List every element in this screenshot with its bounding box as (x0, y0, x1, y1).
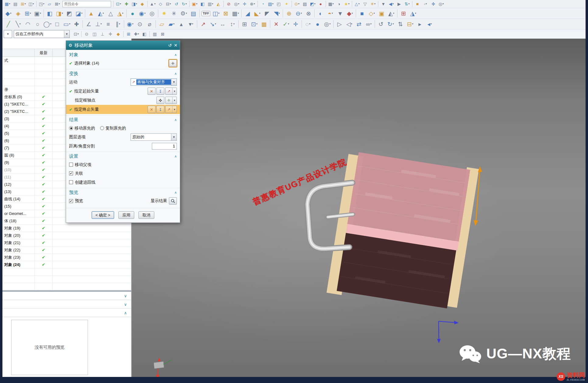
toolbar-icon[interactable]: ● (317, 1, 324, 7)
toolbar-icon[interactable]: ✛ (107, 31, 114, 37)
tree-section-details[interactable]: ∨ (2, 300, 131, 309)
toolbar-icon[interactable]: ◧ (45, 9, 54, 18)
toolbar-icon[interactable]: ⊥ (99, 31, 106, 37)
tree-row[interactable] (2, 283, 131, 290)
toolbar-icon[interactable]: ◭ (215, 1, 222, 7)
toolbar-icon[interactable]: ▤ (189, 9, 198, 18)
toolbar-icon[interactable]: ∞▾ (364, 20, 373, 28)
toolbar-icon[interactable]: ↕▾ (228, 20, 237, 28)
toolbar-icon[interactable]: ✳▾ (369, 1, 377, 7)
toolbar-icon[interactable]: ▥ (151, 31, 159, 37)
tree-section-preview[interactable]: ∧ (2, 309, 131, 317)
toolbar-icon[interactable]: ◩▾ (309, 1, 317, 7)
toolbar-icon[interactable]: ◫▾ (27, 1, 35, 7)
toolbar-icon[interactable]: ◧ (199, 1, 206, 7)
toolbar-icon[interactable]: ▱ (46, 1, 53, 7)
move-parent-checkbox[interactable] (69, 163, 73, 167)
tree-row[interactable] (2, 276, 131, 283)
toolbar-icon[interactable]: ◎▾ (323, 20, 332, 28)
toolbar-icon[interactable]: ⚙▾ (179, 9, 188, 18)
toolbar-icon[interactable]: ⊙▾ (293, 1, 301, 7)
toolbar-icon[interactable]: ◨▾ (131, 1, 138, 7)
trace-curves-checkbox[interactable] (69, 180, 73, 184)
toolbar-icon[interactable]: ⊡▾ (72, 31, 80, 37)
toolbar-icon[interactable]: ◧ (141, 31, 148, 37)
check-icon[interactable]: ✔ (34, 188, 53, 195)
toolbar-icon[interactable]: ○ (33, 20, 42, 28)
toolbar-icon[interactable]: ↻▾ (386, 20, 395, 28)
toolbar-icon[interactable]: ▣ (377, 9, 386, 18)
toolbar-icon[interactable]: ⊟▾ (405, 20, 415, 28)
toolbar-icon[interactable]: ▥▾ (207, 1, 214, 7)
check-icon[interactable]: ✔ (34, 247, 53, 254)
check-icon[interactable]: ✔ (34, 210, 53, 217)
toolbar-icon[interactable]: ◑ (335, 1, 343, 7)
check-icon[interactable]: ✔ (34, 232, 53, 239)
toolbar-icon[interactable]: ◩ (65, 9, 74, 18)
toolbar-icon[interactable]: ∠ (84, 20, 93, 28)
toolbar-icon[interactable]: ◭▾ (387, 9, 396, 18)
layer-option-combo[interactable]: 原始的 ▼ (131, 133, 177, 141)
dialog-titlebar[interactable]: ⚙ 移动对象 ↺ ✕ (66, 41, 180, 50)
pivot-point-type-combo[interactable]: ✛ ▼ (165, 97, 177, 104)
check-icon[interactable]: ✔ (34, 144, 53, 151)
check-icon[interactable]: ✔ (34, 137, 53, 144)
toolbar-icon[interactable]: ★▾ (343, 1, 351, 7)
toolbar-icon[interactable]: ▽ (361, 1, 369, 7)
section-header-object[interactable]: 对象 ∧ (66, 50, 180, 59)
selection-scope-mini-combo[interactable]: ▼ (4, 30, 12, 38)
toolbar-icon[interactable]: ◨▾ (55, 9, 64, 18)
toolbar-icon[interactable]: ◇▾ (367, 9, 376, 18)
orientation-triad-icon[interactable] (154, 358, 172, 377)
toolbar-icon[interactable]: ⊡▾ (250, 20, 259, 28)
toolbar-icon[interactable]: ◆ (138, 1, 146, 7)
toolbar-icon[interactable]: ▰▾ (167, 20, 176, 28)
select-object-row[interactable]: ✔ 选择对象 (14) ✛ (66, 59, 180, 68)
toolbar-icon[interactable]: ◓▾ (326, 9, 335, 18)
tree-row-check-cell[interactable] (34, 283, 53, 290)
toolbar-icon[interactable]: ↘▾ (208, 20, 218, 28)
division-input[interactable] (152, 143, 177, 150)
toolbar-icon[interactable]: ◁▾ (345, 20, 354, 28)
section-header-result[interactable]: 结果 ∧ (66, 115, 180, 124)
check-icon[interactable]: ✔ (34, 239, 53, 246)
tree-header-name-column[interactable] (2, 49, 34, 57)
motion-combo[interactable]: ↗ 将轴与矢量对齐 ▼ (131, 78, 177, 86)
toolbar-icon[interactable]: ▲ (86, 9, 96, 18)
section-header-preview[interactable]: 预览 ∧ (66, 188, 180, 196)
toolbar-icon[interactable]: ▣▾ (33, 9, 42, 18)
check-icon[interactable]: ✔ (34, 166, 53, 173)
chevron-up-icon[interactable]: ∧ (174, 72, 177, 76)
start-vector-type-combo[interactable]: ↗ ▼ (165, 88, 177, 95)
toolbar-icon[interactable]: ⇅ (396, 20, 405, 28)
toolbar-icon[interactable]: ▦▾ (4, 1, 11, 7)
toolbar-icon[interactable]: ↺ (173, 1, 180, 7)
toolbar-icon[interactable]: ⊠▾ (54, 1, 61, 7)
command-finder-input[interactable] (62, 1, 111, 7)
toolbar-icon[interactable]: ╲▾ (13, 20, 23, 28)
inferred-vector-button[interactable]: ✕ (148, 106, 156, 113)
vector-dialog-button[interactable]: ↧ (156, 106, 164, 113)
tree-row[interactable]: 对象 (20)✔ (2, 232, 131, 239)
toolbar-icon[interactable]: △▾ (353, 1, 361, 7)
toolbar-icon[interactable]: ▷ (335, 20, 344, 28)
toolbar-icon[interactable]: ◢ (243, 9, 252, 18)
wcs-axes-icon[interactable] (437, 321, 459, 343)
toolbar-icon[interactable]: ■ (414, 1, 421, 7)
toolbar-icon[interactable]: ✓▾ (281, 20, 291, 28)
toolbar-icon[interactable]: ∥▾ (113, 20, 123, 28)
cancel-button[interactable]: 取消 (138, 211, 154, 219)
toolbar-icon[interactable]: ▲▾ (149, 1, 156, 7)
tree-header-latest-column[interactable]: 最新 (34, 49, 53, 57)
check-icon[interactable]: ✔ (34, 122, 53, 129)
check-icon[interactable]: ✔ (34, 217, 53, 224)
toolbar-icon[interactable]: ◎▾ (233, 1, 240, 7)
tree-row-check-cell[interactable] (34, 79, 53, 86)
toolbar-icon[interactable]: ⌀ (145, 20, 154, 28)
check-icon[interactable]: ✔ (34, 203, 53, 210)
tree-row-check-cell[interactable] (34, 268, 53, 275)
check-icon[interactable]: ✔ (34, 174, 53, 181)
chevron-up-icon[interactable]: ∧ (124, 311, 127, 315)
toolbar-icon[interactable]: ↗ (198, 20, 208, 28)
toolbar-icon[interactable]: ✕ (271, 20, 281, 28)
